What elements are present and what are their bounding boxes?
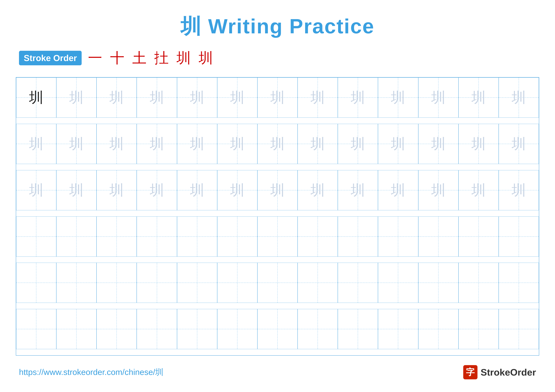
grid-cell[interactable] [16, 263, 56, 303]
grid-cell[interactable]: 圳 [177, 124, 217, 164]
page-title: 圳 Writing Practice [16, 13, 539, 41]
grid-cell[interactable] [418, 263, 459, 303]
grid-cell[interactable]: 圳 [56, 78, 96, 118]
grid-cell[interactable] [96, 263, 137, 303]
grid-cell[interactable]: 圳 [298, 78, 338, 118]
grid-cell[interactable] [338, 216, 378, 257]
grid-cell[interactable] [177, 216, 217, 257]
grid-cell[interactable] [257, 309, 298, 349]
grid-cell[interactable] [459, 263, 499, 303]
grid-cell[interactable] [298, 309, 338, 349]
grid-cell[interactable] [257, 216, 298, 257]
grid-cell[interactable]: 圳 [177, 170, 217, 210]
grid-cell[interactable] [217, 309, 257, 349]
cell-character: 圳 [512, 90, 526, 105]
grid-cell[interactable]: 圳 [96, 78, 137, 118]
grid-cell[interactable]: 圳 [418, 124, 459, 164]
grid-cell[interactable]: 圳 [378, 78, 418, 118]
grid-cell[interactable] [177, 263, 217, 303]
grid-cell[interactable]: 圳 [56, 170, 96, 210]
cell-character: 圳 [351, 137, 365, 151]
grid-cell[interactable]: 圳 [137, 78, 177, 118]
grid-cell[interactable] [378, 263, 418, 303]
grid-cell[interactable]: 圳 [96, 124, 137, 164]
cell-character: 圳 [431, 183, 445, 197]
grid-cell[interactable] [96, 309, 137, 349]
grid-cell[interactable] [217, 263, 257, 303]
grid-cell[interactable] [177, 309, 217, 349]
grid-cell[interactable]: 圳 [418, 170, 459, 210]
grid-cell[interactable] [137, 309, 177, 349]
grid-cell[interactable] [298, 216, 338, 257]
grid-cell[interactable]: 圳 [338, 124, 378, 164]
grid-cell[interactable]: 圳 [499, 78, 539, 118]
grid-cell[interactable]: 圳 [217, 124, 257, 164]
grid-cell[interactable]: 圳 [96, 170, 137, 210]
grid-cell[interactable]: 圳 [378, 170, 418, 210]
grid-cell[interactable] [137, 263, 177, 303]
footer-logo: 字 StrokeOrder [463, 365, 536, 379]
grid-cell[interactable]: 圳 [298, 170, 338, 210]
writing-grid[interactable]: 圳圳圳圳圳圳圳圳圳圳圳圳圳圳圳圳圳圳圳圳圳圳圳圳圳圳圳圳圳圳圳圳圳圳圳圳圳圳圳 [16, 77, 539, 356]
title-english: Writing Practice [208, 15, 374, 38]
grid-cell[interactable] [378, 309, 418, 349]
grid-cell[interactable] [499, 216, 539, 257]
grid-cell[interactable] [257, 263, 298, 303]
grid-cell[interactable]: 圳 [257, 170, 298, 210]
stroke-order-area: Stroke Order 一 十 土 扗 圳 圳 [16, 48, 539, 68]
grid-cell[interactable] [418, 216, 459, 257]
cell-character: 圳 [471, 183, 486, 197]
grid-cell[interactable] [418, 309, 459, 349]
grid-cell[interactable] [298, 263, 338, 303]
grid-cell[interactable]: 圳 [459, 170, 499, 210]
cell-character: 圳 [190, 137, 204, 151]
logo-text: StrokeOrder [481, 367, 536, 378]
grid-cell[interactable] [56, 309, 96, 349]
grid-cell[interactable]: 圳 [459, 124, 499, 164]
cell-character: 圳 [69, 137, 84, 151]
grid-cell[interactable]: 圳 [378, 124, 418, 164]
grid-cell[interactable]: 圳 [217, 78, 257, 118]
grid-cell[interactable]: 圳 [177, 78, 217, 118]
grid-cell[interactable]: 圳 [16, 170, 56, 210]
cell-character: 圳 [29, 90, 43, 105]
grid-cell[interactable]: 圳 [56, 124, 96, 164]
grid-cell[interactable] [217, 216, 257, 257]
cell-character: 圳 [150, 90, 164, 105]
grid-cell[interactable]: 圳 [459, 78, 499, 118]
grid-cell[interactable]: 圳 [257, 78, 298, 118]
grid-cell[interactable]: 圳 [338, 78, 378, 118]
grid-cell[interactable] [96, 216, 137, 257]
grid-cell[interactable] [459, 309, 499, 349]
grid-cell[interactable] [338, 263, 378, 303]
grid-cell[interactable]: 圳 [418, 78, 459, 118]
grid-cell[interactable]: 圳 [499, 124, 539, 164]
grid-cell[interactable]: 圳 [298, 124, 338, 164]
grid-cell[interactable] [338, 309, 378, 349]
grid-cell[interactable] [378, 216, 418, 257]
stroke-step-1: 一 [88, 48, 102, 68]
grid-cell[interactable]: 圳 [137, 170, 177, 210]
cell-character: 圳 [351, 183, 365, 197]
stroke-steps: 一 十 土 扗 圳 圳 [88, 48, 213, 68]
grid-cell[interactable]: 圳 [137, 124, 177, 164]
grid-cell[interactable] [56, 263, 96, 303]
cell-character: 圳 [512, 183, 526, 197]
grid-cell[interactable] [16, 309, 56, 349]
grid-cell[interactable]: 圳 [16, 124, 56, 164]
cell-character: 圳 [150, 137, 164, 151]
grid-cell[interactable] [459, 216, 499, 257]
footer: https://www.strokeorder.com/chinese/圳 字 … [16, 362, 539, 379]
grid-cell[interactable]: 圳 [217, 170, 257, 210]
grid-cell[interactable] [16, 216, 56, 257]
grid-cell[interactable]: 圳 [499, 170, 539, 210]
cell-character: 圳 [431, 90, 445, 105]
grid-cell[interactable]: 圳 [338, 170, 378, 210]
grid-cell[interactable] [499, 263, 539, 303]
grid-cell[interactable] [137, 216, 177, 257]
grid-cell[interactable]: 圳 [257, 124, 298, 164]
title-area: 圳 Writing Practice [16, 13, 539, 41]
grid-cell[interactable] [56, 216, 96, 257]
grid-cell[interactable]: 圳 [16, 78, 56, 118]
grid-cell[interactable] [499, 309, 539, 349]
